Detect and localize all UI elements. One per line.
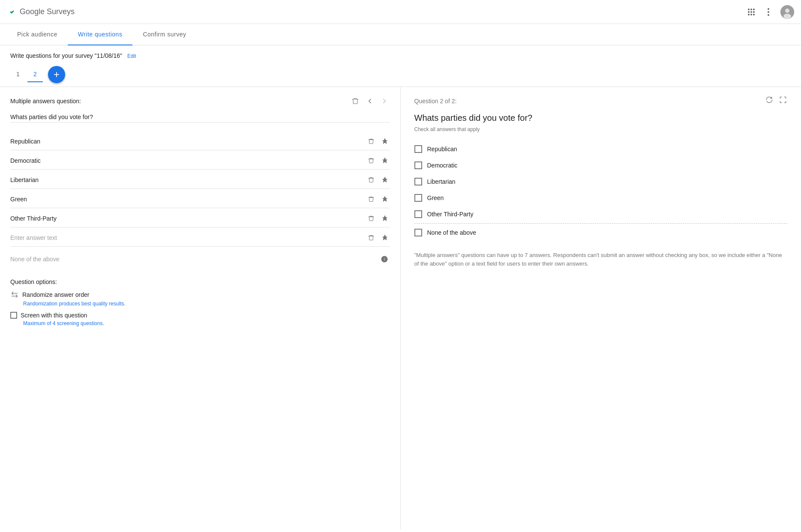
grid-dots-icon — [748, 9, 755, 15]
preview-header: Question 2 of 2: — [414, 96, 788, 106]
delete-question-button[interactable] — [350, 96, 361, 107]
trash-icon — [368, 215, 375, 222]
header-left: Google Surveys — [7, 7, 75, 17]
preview-option-text: Other Third-Party — [427, 211, 474, 218]
answer-item-placeholder: Enter answer text — [10, 229, 390, 247]
question-actions — [350, 96, 390, 107]
answer-actions — [366, 194, 390, 204]
preview-checkbox-1[interactable] — [414, 161, 422, 169]
delete-answer-3-button[interactable] — [366, 194, 376, 204]
screen-checkbox[interactable] — [10, 312, 17, 319]
survey-title-prefix: Write questions for your survey — [10, 52, 93, 59]
preview-divider — [414, 223, 788, 224]
question-type-label: Multiple answers question: — [10, 98, 81, 105]
answer-text: Green — [10, 196, 366, 203]
randomize-link[interactable]: Randomization produces best quality resu… — [23, 301, 390, 307]
nav-tabs: Pick audience Write questions Confirm su… — [0, 24, 801, 45]
add-question-button[interactable]: + — [48, 66, 65, 83]
question-tab-1[interactable]: 1 — [10, 67, 26, 82]
main-content: Write questions for your survey "11/08/1… — [0, 45, 801, 529]
edit-link[interactable]: Edit — [127, 53, 136, 59]
preview-option-text: Democratic — [427, 162, 458, 169]
tab-pick-audience[interactable]: Pick audience — [7, 24, 68, 45]
move-left-button[interactable] — [364, 96, 375, 107]
randomize-label: Randomize answer order — [22, 291, 89, 298]
answer-actions — [366, 175, 390, 185]
header-right — [746, 5, 794, 19]
preview-icons — [765, 96, 787, 106]
answer-item: Libertarian — [10, 171, 390, 189]
pin-answer-0-button[interactable] — [380, 136, 390, 146]
delete-answer-5-button[interactable] — [366, 233, 376, 243]
app-header: Google Surveys — [0, 0, 801, 24]
grid-icon[interactable] — [746, 7, 756, 17]
delete-answer-0-button[interactable] — [366, 136, 376, 146]
answer-item: Republican — [10, 133, 390, 150]
google-logo: Google Surveys — [7, 7, 75, 17]
delete-answer-2-button[interactable] — [366, 175, 376, 185]
svg-point-1 — [785, 9, 789, 13]
answer-actions — [366, 155, 390, 166]
none-of-above-label: None of the above — [10, 256, 59, 263]
preview-option: Other Third-Party — [414, 206, 788, 222]
preview-option: Libertarian — [414, 173, 788, 190]
preview-subtitle: Check all answers that apply — [414, 126, 788, 132]
delete-answer-4-button[interactable] — [366, 213, 376, 224]
answer-item: Democratic — [10, 152, 390, 170]
trash-icon — [368, 196, 375, 203]
trash-icon — [368, 176, 375, 183]
pin-icon — [381, 138, 388, 145]
tab-write-questions[interactable]: Write questions — [68, 24, 133, 45]
pin-answer-3-button[interactable] — [380, 194, 390, 204]
preview-options-list: Republican Democratic Libertarian Green … — [414, 141, 788, 241]
preview-option-text: Libertarian — [427, 178, 456, 185]
move-right-button[interactable] — [379, 96, 390, 107]
pin-answer-5-button[interactable] — [380, 233, 390, 243]
preview-option-text: Green — [427, 194, 444, 201]
refresh-preview-button[interactable] — [765, 96, 774, 106]
preview-info-text: "Multiple answers" questions can have up… — [414, 251, 788, 268]
tab-confirm-survey[interactable]: Confirm survey — [132, 24, 196, 45]
preview-option-text: None of the above — [427, 229, 476, 236]
preview-option: Republican — [414, 141, 788, 157]
trash-icon — [351, 97, 359, 105]
pin-answer-2-button[interactable] — [380, 175, 390, 185]
preview-option: Green — [414, 190, 788, 206]
preview-checkbox-0[interactable] — [414, 145, 422, 153]
delete-answer-1-button[interactable] — [366, 155, 376, 166]
more-options-icon[interactable] — [763, 7, 774, 17]
preview-option-text: Republican — [427, 146, 457, 152]
fullscreen-preview-button[interactable] — [779, 96, 787, 106]
avatar[interactable] — [780, 5, 794, 19]
right-panel: Question 2 of 2: Whats part — [401, 87, 801, 529]
question-text-input[interactable] — [10, 112, 390, 123]
info-icon: i — [381, 255, 388, 263]
pin-answer-4-button[interactable] — [380, 213, 390, 224]
app-title: Google Surveys — [20, 7, 75, 16]
preview-question-counter: Question 2 of 2: — [414, 98, 457, 105]
preview-checkbox-2[interactable] — [414, 178, 422, 185]
svg-text:i: i — [384, 257, 385, 261]
fullscreen-icon — [779, 96, 787, 104]
answer-actions — [366, 136, 390, 146]
answer-text: Libertarian — [10, 176, 366, 183]
none-of-above-info-button[interactable]: i — [379, 254, 390, 265]
question-tabs: 1 2 + — [0, 63, 801, 83]
answer-item: Other Third-Party — [10, 210, 390, 227]
question-tab-2[interactable]: 2 — [27, 67, 43, 82]
preview-question-title: Whats parties did you vote for? — [414, 113, 788, 123]
sort-icon — [10, 290, 19, 299]
checkmark-icon — [7, 7, 17, 17]
preview-checkbox-4[interactable] — [414, 210, 422, 218]
preview-checkbox-5[interactable] — [414, 229, 422, 236]
pin-icon — [381, 234, 388, 241]
svg-point-2 — [783, 14, 791, 19]
survey-title-bar: Write questions for your survey "11/08/1… — [0, 45, 801, 63]
pin-answer-1-button[interactable] — [380, 155, 390, 166]
answer-actions — [366, 213, 390, 224]
screen-link[interactable]: Maximum of 4 screening questions. — [23, 320, 390, 326]
pin-icon — [381, 176, 388, 183]
preview-checkbox-3[interactable] — [414, 194, 422, 202]
options-title: Question options: — [10, 278, 390, 285]
pin-icon — [381, 196, 388, 203]
